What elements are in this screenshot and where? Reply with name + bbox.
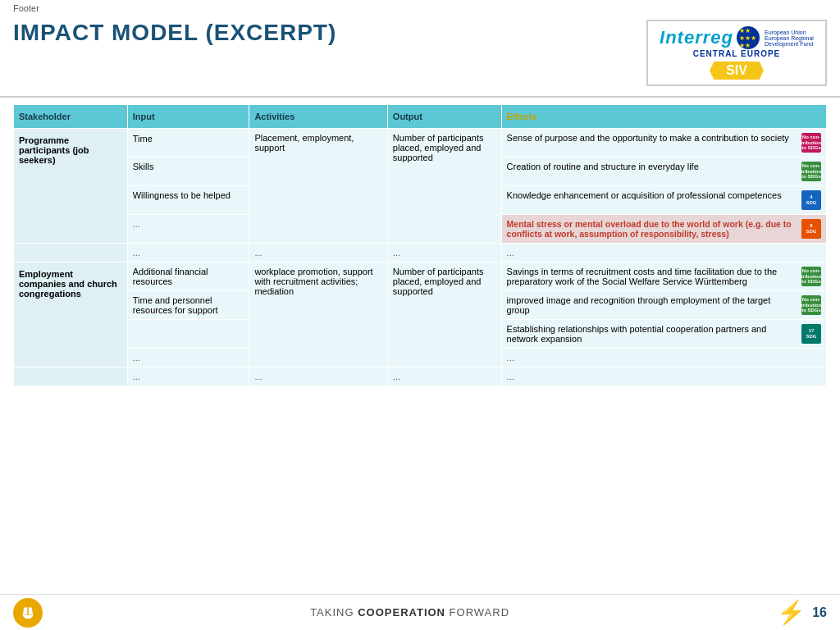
input-dots-2: ... — [133, 248, 140, 258]
activity-dots-1: ... — [254, 248, 262, 258]
sdg-icon-7: 17SDG — [801, 324, 821, 344]
input-dots-3: ... — [133, 353, 140, 363]
stakeholder-name-2: Employment companies and church congrega… — [19, 269, 117, 299]
output-dots-2: ... — [393, 372, 400, 381]
eu-circle: ★★★★★★★ — [737, 26, 760, 49]
effect-1-4-red: Mental stress or mental overload due to … — [507, 219, 795, 239]
effect-dots-1: ... — [507, 248, 514, 258]
effect-1-2: Creation of routine and structure in eve… — [507, 162, 795, 171]
page-title: IMPACT MODEL (EXCERPT) — [13, 20, 336, 46]
activity-1: Placement, employment, support — [254, 133, 354, 153]
col-activities: Activities — [249, 105, 387, 129]
sdg-icon-4: 8SDG — [801, 219, 821, 239]
page-number: 16 — [812, 605, 827, 620]
footer-icon — [13, 598, 43, 628]
arrow-icon: ⚡ — [777, 599, 806, 626]
activity-2: workplace promotion, support with recrui… — [254, 267, 372, 296]
stakeholder-name: Programme participants (job seekers) — [19, 135, 89, 165]
col-effects: Effects — [501, 105, 826, 129]
col-output: Output — [387, 105, 501, 129]
effect-2-3: Establishing relationships with potentia… — [507, 324, 795, 344]
sdg-icon-2: No con-tributionto SDGs — [801, 162, 821, 181]
output-dots-1: ... — [393, 248, 400, 258]
table-row-dots: ... ... ... ... — [14, 244, 827, 262]
output-2: Number of participants placed, employed … — [393, 267, 484, 296]
input-dots-1: ... — [133, 219, 140, 229]
boat-icon — [19, 604, 37, 622]
input-dots-4: ... — [133, 372, 140, 381]
footer-label: Footer — [0, 0, 840, 16]
input-skills: Skills — [133, 162, 154, 171]
activity-dots-2: ... — [254, 372, 262, 381]
logo-box: Interreg ★★★★★★★ European Union European… — [646, 20, 827, 86]
siv-badge: SIV — [710, 62, 764, 80]
interreg-text: Interreg — [660, 27, 733, 48]
effect-2-2: improved image and recognition through e… — [507, 295, 795, 315]
sdg-icon-1: No con-tributionto SDGs — [801, 133, 821, 153]
sdg-icon-5: No con-tributionto SDGs — [801, 267, 821, 286]
central-europe-label: CENTRAL EUROPE — [693, 49, 781, 58]
input-time-personnel: Time and personnel resources for support — [133, 295, 218, 315]
col-stakeholder: Stakeholder — [14, 105, 128, 129]
effect-1-1: Sense of purpose and the opportunity to … — [507, 133, 795, 143]
effect-1-3: Knowledge enhancement or acquisition of … — [507, 190, 795, 200]
footer: TAKING COOPERATION FORWARD ⚡ 16 — [0, 594, 840, 630]
svg-marker-1 — [22, 615, 34, 619]
input-time: Time — [133, 134, 153, 144]
eu-stars-icon: ★★★★★★★ — [739, 27, 756, 49]
input-willingness: Willingness to be helped — [133, 190, 231, 200]
impact-table: Stakeholder Input Activities Output Effe… — [0, 104, 840, 386]
input-financial: Additional financial resources — [133, 267, 208, 286]
effect-dots-3: ... — [507, 372, 514, 381]
table-row-dots-3: ... ... ... ... — [14, 368, 827, 386]
output-1: Number of participants placed, employed … — [393, 133, 484, 162]
effect-dots-2: ... — [507, 353, 514, 363]
table-row: Employment companies and church congrega… — [14, 262, 827, 291]
sdg-icon-6: No con-tributionto SDGs — [801, 295, 821, 315]
col-input: Input — [127, 105, 249, 129]
effect-2-1: Savings in terms of recruitment costs an… — [507, 267, 795, 286]
footer-tagline: TAKING COOPERATION FORWARD — [310, 606, 509, 619]
table-row: Programme participants (job seekers) Tim… — [14, 129, 827, 158]
sdg-icon-3: 4SDG — [801, 190, 821, 210]
